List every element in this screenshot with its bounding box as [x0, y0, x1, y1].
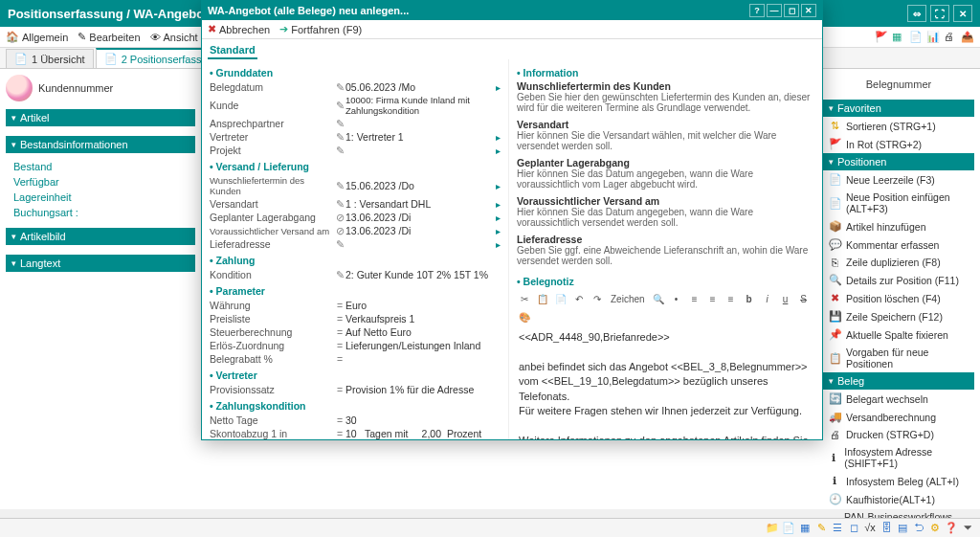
fav-zeilespeichern[interactable]: 💾Zeile Speichern (F12)	[823, 307, 974, 325]
fav-infobeleg[interactable]: ℹInfosystem Beleg (ALT+I)	[823, 472, 974, 490]
flag-icon[interactable]: 🚩	[875, 31, 888, 44]
abbrechen-button[interactable]: ✖Abbrechen	[208, 23, 270, 35]
sb-folder-icon[interactable]: 📁	[766, 522, 779, 535]
report-icon[interactable]: 📊	[926, 31, 940, 44]
fav-kommentar[interactable]: 💬Kommentar erfassen	[823, 235, 974, 254]
fav-details[interactable]: 🔍Details zur Position (F11)	[823, 271, 974, 289]
grid-icon[interactable]: ▦	[892, 31, 905, 44]
rte-italic-icon[interactable]: i	[760, 291, 775, 306]
fav-infoaddr[interactable]: ℹInfosystem Adresse (SHIFT+F1)	[823, 443, 974, 472]
fav-posloeschen[interactable]: ✖Position löschen (F4)	[823, 289, 974, 307]
sb-list-icon[interactable]: ☰	[831, 522, 844, 535]
sb-grid-icon[interactable]: ▦	[798, 522, 812, 535]
field-versandart[interactable]: 1 : Versandart DHL	[345, 198, 492, 210]
field-vertreter[interactable]: 1: Vertreter 1	[345, 131, 492, 143]
rte-search-icon[interactable]: 🔍	[651, 291, 666, 306]
menu-ansicht[interactable]: 👁Ansicht	[150, 32, 198, 43]
section-grunddaten: Grunddaten	[210, 63, 501, 80]
maximize-button[interactable]: ⛶	[930, 5, 949, 22]
sb-gear-icon[interactable]: ⚙	[928, 522, 942, 535]
link-lagereinheit[interactable]: Lagereinheit	[13, 190, 188, 205]
fav-artikelhinzu[interactable]: 📦Artikel hinzufügen	[823, 217, 974, 235]
fav-neueposition[interactable]: 📄Neue Position einfügen (ALT+F3)	[823, 189, 974, 217]
fav-inrot[interactable]: 🚩In Rot (STRG+2)	[823, 135, 974, 153]
sb-doc-icon[interactable]: 📄	[782, 522, 795, 535]
chevron-right-icon[interactable]: ▸	[492, 132, 501, 143]
section-favoriten[interactable]: Favoriten	[823, 100, 974, 117]
doc-icon[interactable]: 📄	[909, 31, 923, 44]
sb-edit-icon[interactable]: ✎	[814, 522, 828, 535]
group-bestandsinfo[interactable]: Bestandsinformationen	[6, 136, 195, 153]
sb-db-icon[interactable]: 🗄	[880, 522, 893, 535]
group-artikelbild[interactable]: Artikelbild	[6, 228, 195, 245]
dialog-close-button[interactable]: ✕	[801, 4, 816, 17]
rte-bullet-icon[interactable]: •	[669, 291, 684, 306]
group-langtext[interactable]: Langtext	[6, 255, 195, 272]
dialog-help-button[interactable]: ?	[749, 4, 765, 17]
rte-copy-icon[interactable]: 📋	[535, 291, 550, 306]
link-buchungsart[interactable]: Buchungsart :	[13, 205, 188, 220]
fav-drucken[interactable]: 🖨Drucken (STRG+D)	[823, 426, 974, 443]
fav-neueleerzeile[interactable]: 📄Neue Leerzeile (F3)	[823, 170, 974, 189]
link-verfuegbar[interactable]: Verfügbar	[13, 174, 188, 190]
sb-window-icon[interactable]: ◻	[847, 522, 860, 535]
link-bestand[interactable]: Bestand	[13, 159, 188, 174]
fav-zeiledup[interactable]: ⎘Zeile duplizieren (F8)	[823, 254, 974, 271]
export-icon[interactable]: 📤	[961, 31, 974, 44]
fav-vorgaben[interactable]: 📋Vorgaben für neue Positionen	[823, 344, 974, 372]
rte-paste-icon[interactable]: 📄	[553, 291, 568, 306]
chevron-right-icon[interactable]: ▸	[492, 145, 501, 156]
rte-align-right-icon[interactable]: ≡	[724, 291, 739, 306]
print-icon[interactable]: 🖨	[944, 31, 957, 44]
dialog-tab-standard[interactable]: Standard	[208, 42, 257, 59]
rte-underline-icon[interactable]: u	[778, 291, 793, 306]
rte-align-left-icon[interactable]: ≡	[687, 291, 702, 306]
section-zahlung: Zahlung	[210, 251, 501, 268]
field-kondition[interactable]: 2: Guter Kunde 10T 2% 15T 1%	[345, 269, 501, 280]
rte-editor[interactable]: <<ADR_4448_90,Briefanrede>> anbei befind…	[517, 326, 814, 439]
fav-versandber[interactable]: 🚚Versandberechnung	[823, 408, 974, 426]
rte-strike-icon[interactable]: S	[796, 291, 812, 306]
dialog-titlebar[interactable]: WA-Angebot (alle Belege) neu anlegen... …	[202, 1, 822, 20]
tab-uebersicht[interactable]: 📄1 Übersicht	[6, 49, 94, 68]
close-button[interactable]: ✕	[953, 5, 972, 22]
rte-color-icon[interactable]: 🎨	[517, 309, 532, 324]
belegnummer-label: Belegnummer	[823, 75, 974, 100]
chevron-right-icon[interactable]: ▸	[492, 239, 501, 250]
dialog-max-button[interactable]: ◻	[784, 4, 799, 17]
sb-chevron-icon[interactable]: ⏷	[961, 522, 974, 535]
sb-sqrt-icon[interactable]: √x	[863, 522, 877, 535]
link-button[interactable]: ⇔	[907, 5, 926, 22]
chevron-right-icon[interactable]: ▸	[492, 213, 501, 223]
sb-share-icon[interactable]: ⮌	[912, 522, 925, 535]
continue-icon: ➔	[279, 23, 288, 35]
rte-undo-icon[interactable]: ↶	[571, 291, 587, 306]
chevron-right-icon[interactable]: ▸	[492, 226, 501, 236]
fav-kaufhist[interactable]: 🕘Kaufhistorie(ALT+1)	[823, 490, 974, 508]
printer-icon: 🖨	[829, 429, 840, 440]
field-wunschtermin[interactable]: 15.06.2023 /Do	[345, 180, 492, 191]
menu-allgemein[interactable]: 🏠Allgemein	[6, 31, 68, 43]
group-artikel[interactable]: Artikel	[6, 109, 195, 126]
sb-help-icon[interactable]: ❓	[945, 522, 958, 535]
section-beleg[interactable]: Beleg	[823, 372, 974, 390]
field-belegdatum[interactable]: 05.06.2023 /Mo	[345, 81, 492, 93]
fortfahren-button[interactable]: ➔Fortfahren (F9)	[279, 23, 362, 35]
rte-redo-icon[interactable]: ↷	[590, 291, 605, 306]
rte-cut-icon[interactable]: ✂	[517, 291, 532, 306]
cancel-icon: ✖	[208, 23, 216, 35]
fav-spaltefix[interactable]: 📌Aktuelle Spalte fixieren	[823, 325, 974, 344]
rte-align-center-icon[interactable]: ≡	[705, 291, 721, 306]
menu-bearbeiten[interactable]: ✎Bearbeiten	[78, 31, 140, 43]
sb-table-icon[interactable]: ▤	[896, 522, 909, 535]
rte-bold-icon[interactable]: b	[742, 291, 757, 306]
fav-belegwechsel[interactable]: 🔄Belegart wechseln	[823, 390, 974, 408]
chevron-right-icon[interactable]: ▸	[492, 181, 501, 191]
chevron-right-icon[interactable]: ▸	[492, 199, 501, 210]
chevron-right-icon[interactable]: ▸	[492, 82, 501, 93]
section-positionen[interactable]: Positionen	[823, 153, 974, 170]
dialog-min-button[interactable]: —	[767, 4, 782, 17]
fav-sortieren[interactable]: ⇅Sortieren (STRG+1)	[823, 117, 974, 135]
rte-zeichen[interactable]: Zeichen	[608, 291, 648, 306]
field-kunde[interactable]: 10000: Firma Kunde Inland mit Zahlungsko…	[345, 95, 501, 116]
